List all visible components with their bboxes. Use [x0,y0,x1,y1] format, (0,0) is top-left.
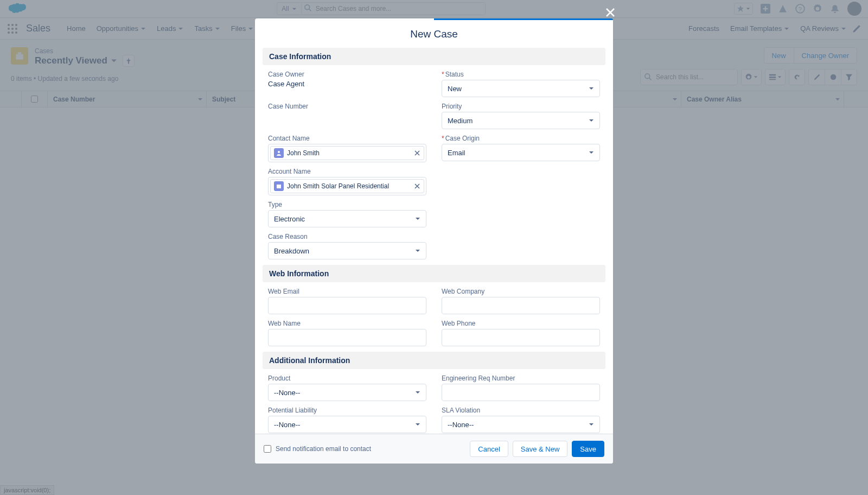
label-case-origin: *Case Origin [442,135,600,142]
notify-contact-checkbox[interactable] [264,445,271,453]
section-case-information: Case Information [263,48,605,65]
combobox-value: --None-- [448,421,474,429]
label-web-name: Web Name [268,320,426,327]
svg-point-17 [278,151,280,153]
chevron-down-icon [415,390,420,395]
combobox-value: Email [448,149,465,157]
label-case-owner: Case Owner [268,71,426,78]
label-web-phone: Web Phone [442,320,600,327]
contact-icon [274,148,284,158]
label-web-email: Web Email [268,288,426,295]
combobox-value: New [448,85,462,93]
label-web-company: Web Company [442,288,600,295]
label-case-reason: Case Reason [268,233,426,240]
value-case-number [268,112,426,120]
type-combobox[interactable]: Electronic [268,210,426,227]
potential-liability-combobox[interactable]: --None-- [268,416,426,433]
section-additional-information: Additional Information [263,352,605,369]
modal-overlay: New Case Case Information Case Owner Cas… [0,0,868,495]
section-web-information: Web Information [263,265,605,282]
status-combobox[interactable]: New [442,80,600,97]
chevron-down-icon [589,118,594,123]
combobox-value: Medium [448,117,473,125]
contact-name-lookup[interactable]: John Smith [268,144,426,162]
chevron-down-icon [589,422,594,427]
notify-contact-checkbox-label[interactable]: Send notification email to contact [264,445,371,453]
case-origin-combobox[interactable]: Email [442,144,600,161]
value-case-owner: Case Agent [268,80,426,88]
new-case-modal: New Case Case Information Case Owner Cas… [255,18,613,464]
label-product: Product [268,375,426,382]
web-name-input[interactable] [268,329,426,346]
combobox-value: Electronic [274,215,305,223]
chevron-down-icon [589,150,594,155]
combobox-value: --None-- [274,421,300,429]
remove-pill-icon[interactable] [414,183,420,189]
account-pill: John Smith Solar Panel Residential [270,179,424,193]
label-status: *Status [442,71,600,78]
chevron-down-icon [415,216,420,221]
label-case-number: Case Number [268,103,426,110]
combobox-value: Breakdown [274,247,309,255]
modal-title: New Case [255,18,613,48]
save-button[interactable]: Save [572,441,604,457]
priority-combobox[interactable]: Medium [442,112,600,129]
label-contact-name: Contact Name [268,135,426,142]
modal-footer: Send notification email to contact Cance… [255,434,613,464]
account-icon [274,181,284,191]
cancel-button[interactable]: Cancel [470,441,508,457]
svg-rect-18 [277,185,281,188]
sla-violation-combobox[interactable]: --None-- [442,416,600,433]
combobox-value: --None-- [274,389,300,397]
case-reason-combobox[interactable]: Breakdown [268,242,426,259]
web-phone-input[interactable] [442,329,600,346]
chevron-down-icon [415,248,420,253]
notify-label-text: Send notification email to contact [276,445,371,453]
account-name-lookup[interactable]: John Smith Solar Panel Residential [268,177,426,195]
web-company-input[interactable] [442,297,600,314]
save-and-new-button[interactable]: Save & New [513,441,568,457]
label-sla-violation: SLA Violation [442,407,600,414]
label-eng-req: Engineering Req Number [442,375,600,382]
label-priority: Priority [442,103,600,110]
chevron-down-icon [415,422,420,427]
label-potential-liability: Potential Liability [268,407,426,414]
product-combobox[interactable]: --None-- [268,384,426,401]
chevron-down-icon [589,86,594,91]
eng-req-input[interactable] [442,384,600,401]
remove-pill-icon[interactable] [414,150,420,156]
web-email-input[interactable] [268,297,426,314]
label-account-name: Account Name [268,168,426,175]
label-type: Type [268,201,426,208]
close-icon [605,8,615,17]
pill-label: John Smith Solar Panel Residential [287,182,389,190]
pill-label: John Smith [287,149,320,157]
contact-pill: John Smith [270,146,424,160]
